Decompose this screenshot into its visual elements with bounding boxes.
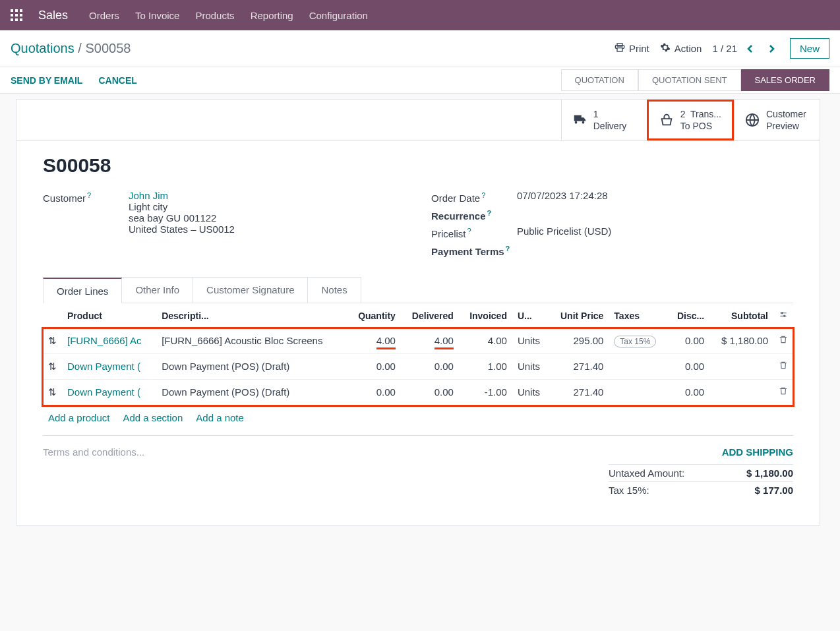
drag-handle-icon[interactable]: ⇅ xyxy=(43,328,62,354)
col-description[interactable]: Descripti... xyxy=(156,303,347,328)
cell-unit-price[interactable]: 271.40 xyxy=(549,380,609,406)
stat-transfer-pos[interactable]: 2 Trans... To POS xyxy=(647,100,734,140)
table-row[interactable]: ⇅ [FURN_6666] Ac [FURN_6666] Acoustic Bl… xyxy=(43,328,793,354)
drag-handle-icon[interactable]: ⇅ xyxy=(43,380,62,406)
cell-uom[interactable]: Units xyxy=(512,354,549,380)
nav-to-invoice[interactable]: To Invoice xyxy=(135,10,180,21)
column-settings-icon[interactable] xyxy=(773,303,793,328)
print-button[interactable]: Print xyxy=(615,42,649,55)
status-sales-order[interactable]: SALES ORDER xyxy=(741,69,829,91)
tab-notes[interactable]: Notes xyxy=(307,277,361,303)
col-discount[interactable]: Disc... xyxy=(667,303,709,328)
cell-delivered[interactable]: 0.00 xyxy=(401,380,459,406)
cell-unit-price[interactable]: 295.00 xyxy=(549,328,609,354)
tax-badge[interactable]: Tax 15% xyxy=(614,336,656,347)
cell-description[interactable]: Down Payment (POS) (Draft) xyxy=(156,354,347,380)
nav-orders[interactable]: Orders xyxy=(89,10,119,21)
help-icon[interactable]: ? xyxy=(467,227,471,235)
help-icon[interactable]: ? xyxy=(487,209,492,217)
app-brand[interactable]: Sales xyxy=(38,9,68,22)
cell-uom[interactable]: Units xyxy=(512,380,549,406)
stat-delivery[interactable]: 1 Delivery xyxy=(561,100,647,140)
nav-configuration[interactable]: Configuration xyxy=(309,10,368,21)
svg-rect-2 xyxy=(20,9,22,12)
pricelist-value[interactable]: Public Pricelist (USD) xyxy=(517,225,793,237)
send-email-button[interactable]: SEND BY EMAIL xyxy=(11,75,82,86)
add-shipping-button[interactable]: ADD SHIPPING xyxy=(609,446,793,458)
stat-customer-preview[interactable]: Customer Preview xyxy=(734,100,820,140)
svg-rect-5 xyxy=(20,14,22,16)
cell-discount[interactable]: 0.00 xyxy=(667,354,709,380)
svg-rect-6 xyxy=(11,18,13,21)
cell-unit-price[interactable]: 271.40 xyxy=(549,354,609,380)
pager-next[interactable] xyxy=(764,41,779,57)
add-note-link[interactable]: Add a note xyxy=(196,412,244,423)
stat-preview-line2: Preview xyxy=(766,120,806,132)
product-link[interactable]: Down Payment ( xyxy=(67,386,140,398)
col-uom[interactable]: U... xyxy=(512,303,549,328)
status-quotation-sent[interactable]: QUOTATION SENT xyxy=(638,69,741,91)
print-label: Print xyxy=(629,43,649,54)
cell-delivered[interactable]: 0.00 xyxy=(401,354,459,380)
tab-customer-signature[interactable]: Customer Signature xyxy=(193,277,308,303)
order-date-label: Order Date? xyxy=(431,190,517,204)
tab-order-lines[interactable]: Order Lines xyxy=(43,278,122,303)
nav-reporting[interactable]: Reporting xyxy=(251,10,293,21)
cell-tax[interactable] xyxy=(609,354,667,380)
cell-invoiced[interactable]: -1.00 xyxy=(459,380,512,406)
table-row[interactable]: ⇅ Down Payment ( Down Payment (POS) (Dra… xyxy=(43,354,793,380)
pager: 1 / 21 xyxy=(712,41,779,57)
nav-products[interactable]: Products xyxy=(195,10,234,21)
help-icon[interactable]: ? xyxy=(481,191,485,199)
help-icon[interactable]: ? xyxy=(87,191,91,199)
apps-icon[interactable] xyxy=(11,9,22,21)
cell-delivered[interactable]: 4.00 xyxy=(435,335,454,349)
cell-subtotal: $ 1,180.00 xyxy=(709,328,773,354)
cell-quantity[interactable]: 0.00 xyxy=(347,380,401,406)
customer-addr-1: Light city xyxy=(129,201,167,212)
table-row[interactable]: ⇅ Down Payment ( Down Payment (POS) (Dra… xyxy=(43,380,793,406)
cancel-button[interactable]: CANCEL xyxy=(98,75,136,86)
tab-other-info[interactable]: Other Info xyxy=(121,277,193,303)
cell-quantity[interactable]: 4.00 xyxy=(376,335,396,349)
action-button[interactable]: Action xyxy=(660,42,702,55)
col-quantity[interactable]: Quantity xyxy=(347,303,401,328)
pager-text[interactable]: 1 / 21 xyxy=(712,43,737,54)
truck-icon xyxy=(572,113,587,127)
pager-prev[interactable] xyxy=(742,41,758,57)
breadcrumb: Quotations / S00058 xyxy=(11,41,131,56)
drag-handle-icon[interactable]: ⇅ xyxy=(43,354,62,380)
delete-row-icon[interactable] xyxy=(773,380,793,406)
status-quotation[interactable]: QUOTATION xyxy=(561,69,638,91)
col-product[interactable]: Product xyxy=(62,303,156,328)
cell-discount[interactable]: 0.00 xyxy=(667,328,709,354)
help-icon[interactable]: ? xyxy=(506,245,510,253)
cell-invoiced[interactable]: 4.00 xyxy=(459,328,512,354)
col-taxes[interactable]: Taxes xyxy=(609,303,667,328)
cell-quantity[interactable]: 0.00 xyxy=(347,354,401,380)
product-link[interactable]: [FURN_6666] Ac xyxy=(67,335,142,346)
cell-description[interactable]: [FURN_6666] Acoustic Bloc Screens xyxy=(156,328,347,354)
cell-invoiced[interactable]: 1.00 xyxy=(459,354,512,380)
delete-row-icon[interactable] xyxy=(773,328,793,354)
new-button[interactable]: New xyxy=(790,38,829,59)
customer-link[interactable]: John Jim xyxy=(129,190,168,201)
product-link[interactable]: Down Payment ( xyxy=(67,361,140,372)
cell-uom[interactable]: Units xyxy=(512,328,549,354)
col-delivered[interactable]: Delivered xyxy=(401,303,459,328)
delete-row-icon[interactable] xyxy=(773,354,793,380)
cell-tax[interactable] xyxy=(609,380,667,406)
add-product-link[interactable]: Add a product xyxy=(48,412,109,423)
cell-discount[interactable]: 0.00 xyxy=(667,380,709,406)
col-invoiced[interactable]: Invoiced xyxy=(459,303,512,328)
breadcrumb-root[interactable]: Quotations xyxy=(11,41,75,55)
col-subtotal[interactable]: Subtotal xyxy=(709,303,773,328)
svg-rect-10 xyxy=(617,48,622,51)
cell-description[interactable]: Down Payment (POS) (Draft) xyxy=(156,380,347,406)
col-unit-price[interactable]: Unit Price xyxy=(549,303,609,328)
svg-point-15 xyxy=(784,316,785,317)
add-section-link[interactable]: Add a section xyxy=(123,412,183,423)
order-date-value[interactable]: 07/07/2023 17:24:28 xyxy=(517,190,793,201)
terms-input[interactable]: Terms and conditions... xyxy=(43,446,144,498)
basket-icon xyxy=(659,113,674,127)
